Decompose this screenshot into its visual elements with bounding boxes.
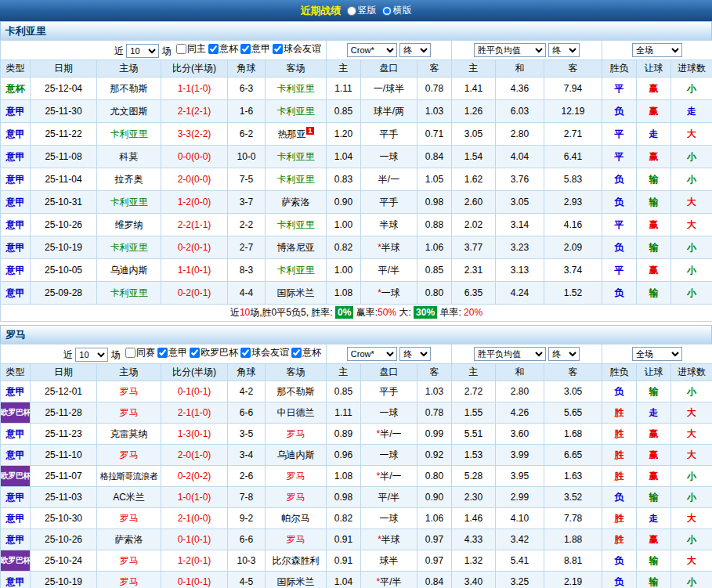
filter-checkbox-0[interactable]: 同赛	[125, 346, 155, 359]
scope-select[interactable]: 全场	[632, 43, 682, 57]
layout-option-horizontal[interactable]: 横版	[382, 4, 412, 17]
goals-result-cell: 小	[671, 168, 712, 191]
handicap-result-cell: 赢	[637, 78, 671, 100]
home-odds-cell: 0.85	[327, 381, 361, 402]
filter-checkbox-1[interactable]: 意甲	[157, 346, 187, 359]
handicap-cell: 半/一	[361, 168, 417, 191]
home-odds-cell: 1.08	[327, 282, 361, 305]
odds-company-select[interactable]: Crow*	[347, 347, 397, 361]
match-row: 欧罗巴杯25-11-07格拉斯哥流浪者0-2(0-2)2-6罗马1.08*半/一…	[1, 466, 712, 487]
col-avg-draw: 和	[496, 364, 544, 381]
checkbox-label: 意甲	[251, 42, 270, 56]
handicap-cell: 球半/两	[361, 100, 417, 123]
recent-count-select[interactable]: 10	[126, 44, 159, 58]
goals-result-cell: 小	[671, 282, 712, 305]
avg-away-cell: 1.88	[544, 529, 602, 550]
handicap-result-cell: 输	[637, 191, 671, 214]
checkbox[interactable]	[240, 44, 251, 54]
away-team-cell: 卡利亚里	[266, 100, 327, 123]
avg-away-cell: 5.65	[544, 402, 602, 424]
filter-checkbox-0[interactable]: 同主	[176, 42, 206, 56]
away-team-cell: 萨索洛	[266, 191, 327, 214]
corner-cell: 6-2	[228, 123, 266, 146]
match-row: 意甲25-10-30罗马2-1(0-0)9-2帕尔马0.82一球1.061.46…	[1, 508, 712, 529]
date-cell: 25-12-01	[31, 381, 97, 402]
goals-result-cell: 小	[671, 146, 712, 168]
checkbox[interactable]	[240, 348, 251, 358]
col-avg-home: 主	[452, 60, 496, 78]
avg-draw-cell: 3.95	[496, 466, 544, 487]
avg-state-select[interactable]: 终	[548, 347, 580, 361]
home-team-cell: 格拉斯哥流浪者	[97, 466, 161, 487]
horizontal-layout-radio[interactable]	[382, 6, 392, 16]
result-cell: 负	[602, 381, 637, 402]
avg-away-cell: 2.93	[544, 191, 602, 214]
toolbar-row: 近 10 场 同赛意甲欧罗巴杯球会友谊意杯 Crow* 终 胜平负均值 终	[1, 345, 712, 364]
avg-odds-select[interactable]: 胜平负均值	[474, 347, 546, 361]
recent-count-select[interactable]: 10	[75, 348, 108, 362]
avg-odds-select[interactable]: 胜平负均值	[474, 43, 546, 57]
scope-select[interactable]: 全场	[632, 347, 682, 361]
avg-draw-cell: 2.99	[496, 487, 544, 508]
away-team-cell: 罗马	[266, 487, 327, 508]
away-odds-cell: 0.78	[417, 78, 452, 100]
goals-result-cell: 走	[671, 100, 712, 123]
corner-cell: 3-7	[228, 191, 266, 214]
filter-checkbox-4[interactable]: 意杯	[291, 346, 321, 359]
checkbox-label: 意杯	[302, 346, 321, 359]
filter-checkbox-3[interactable]: 球会友谊	[273, 42, 321, 56]
scope-controls: 全场	[602, 41, 712, 60]
avg-home-cell: 1.32	[452, 550, 496, 572]
avg-draw-cell: 3.05	[496, 191, 544, 214]
filter-checkbox-3[interactable]: 球会友谊	[240, 346, 289, 359]
column-header-row: 类型 日期 主场 比分(半场) 角球 客场 主 盘口 客 主 和 客 胜负 让球…	[1, 60, 712, 78]
handicap-cell: 一球	[361, 402, 417, 424]
avg-home-cell: 5.51	[452, 424, 496, 445]
filter-checkbox-2[interactable]: 意甲	[240, 42, 270, 56]
column-header-row: 类型 日期 主场 比分(半场) 角球 客场 主 盘口 客 主 和 客 胜负 让球…	[1, 364, 712, 381]
checkbox[interactable]	[208, 44, 219, 54]
handicap-result-cell: 赢	[637, 259, 671, 282]
checkbox[interactable]	[176, 44, 186, 54]
checkbox[interactable]	[125, 348, 136, 358]
filter-checkbox-1[interactable]: 意杯	[208, 42, 238, 56]
layout-option-vertical[interactable]: 竖版	[347, 4, 377, 17]
col-avg-home: 主	[452, 364, 496, 381]
corner-cell: 6-6	[228, 529, 266, 550]
checkbox[interactable]	[157, 348, 168, 358]
checkbox[interactable]	[190, 348, 200, 358]
date-cell: 25-10-26	[31, 214, 97, 236]
avg-home-cell: 5.28	[452, 466, 496, 487]
scope-controls: 全场	[602, 345, 712, 364]
score-cell: 2-0(1-0)	[161, 445, 228, 466]
checkbox[interactable]	[291, 348, 302, 358]
date-cell: 25-10-26	[31, 529, 97, 550]
away-odds-cell: 0.84	[417, 572, 452, 588]
result-cell: 负	[602, 236, 637, 259]
home-odds-cell: 0.98	[327, 487, 361, 508]
avg-draw-cell: 3.14	[496, 214, 544, 236]
away-give-star: *	[378, 287, 381, 298]
avg-draw-cell: 2.80	[496, 123, 544, 146]
profit-rate-value: 50%	[378, 307, 396, 318]
match-row: 意甲25-11-30尤文图斯2-1(2-1)1-6卡利亚里0.85球半/两1.0…	[1, 100, 712, 123]
summary-cell: 近10场,胜0平5负5, 胜率: 0% 赢率:50% 大: 30% 单率: 20…	[1, 305, 712, 322]
vertical-layout-radio[interactable]	[347, 6, 356, 16]
odds-state-select[interactable]: 终	[399, 43, 431, 57]
avg-state-select[interactable]: 终	[548, 43, 580, 57]
avg-home-cell: 6.35	[452, 282, 496, 305]
date-cell: 25-11-08	[31, 146, 97, 168]
odds-state-select[interactable]: 终	[399, 347, 431, 361]
result-cell: 胜	[602, 445, 637, 466]
checkbox[interactable]	[273, 44, 283, 54]
result-cell: 负	[602, 168, 637, 191]
home-odds-cell: 1.11	[327, 78, 361, 100]
result-cell: 胜	[602, 402, 637, 424]
col-odds-home: 主	[327, 364, 361, 381]
checkbox-label: 欧罗巴杯	[201, 346, 238, 359]
filter-checkbox-2[interactable]: 欧罗巴杯	[190, 346, 238, 359]
odds-company-select[interactable]: Crow*	[347, 43, 397, 57]
date-cell: 25-10-19	[31, 236, 97, 259]
away-team-cell: 乌迪内斯	[266, 445, 327, 466]
result-cell: 负	[602, 572, 637, 588]
